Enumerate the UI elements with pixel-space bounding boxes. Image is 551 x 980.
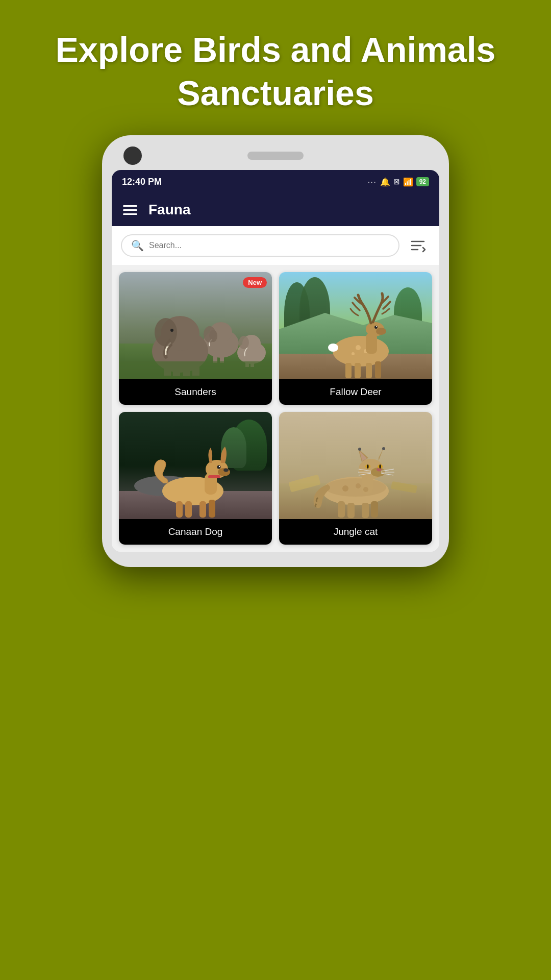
svg-point-26 (352, 352, 355, 355)
svg-point-42 (223, 469, 229, 472)
animal-name-bar-canaan-dog: Canaan Dog (119, 519, 272, 545)
hamburger-line-3 (123, 213, 137, 215)
phone-top-notch (111, 144, 440, 170)
sort-filter-button[interactable] (406, 233, 430, 258)
animal-card-saunders[interactable]: New (119, 272, 272, 405)
svg-rect-48 (199, 501, 206, 518)
hamburger-line-2 (123, 209, 137, 211)
status-bar: 12:40 PM ··· 🔔 ⊠ 📶 92 (112, 170, 439, 193)
svg-rect-70 (362, 503, 369, 518)
jungle-cat-illustration (279, 412, 432, 519)
svg-rect-22 (119, 361, 272, 379)
animal-name-bar-saunders: Saunders (119, 379, 272, 405)
svg-rect-36 (375, 361, 381, 378)
battery-indicator: 92 (416, 177, 429, 186)
search-box[interactable]: 🔍 (121, 234, 399, 257)
svg-point-30 (376, 328, 386, 335)
deer-illustration (279, 272, 432, 379)
status-time: 12:40 PM (122, 177, 162, 187)
svg-rect-45 (208, 475, 220, 478)
page-background: Explore Birds and Animals Sanctuaries 12… (0, 0, 551, 980)
phone-speaker (247, 152, 304, 160)
wifi-icon: 📶 (403, 177, 413, 187)
svg-point-24 (356, 345, 361, 350)
svg-point-16 (170, 329, 173, 332)
animal-image-canaan-dog (119, 412, 272, 519)
svg-point-37 (328, 344, 338, 352)
status-icons: ··· 🔔 ⊠ 📶 92 (368, 177, 429, 187)
svg-point-8 (204, 326, 216, 342)
svg-point-43 (217, 465, 221, 469)
sim-icon: ⊠ (393, 177, 400, 186)
svg-point-55 (382, 447, 385, 450)
animal-name-bar-fallow-deer: Fallow Deer (279, 379, 432, 405)
svg-point-32 (376, 326, 377, 327)
search-bar-container: 🔍 (112, 226, 439, 265)
page-title: Explore Birds and Animals Sanctuaries (41, 28, 510, 115)
dog-illustration (119, 412, 272, 519)
svg-rect-35 (366, 363, 372, 378)
svg-rect-69 (347, 503, 355, 518)
svg-rect-46 (176, 501, 183, 518)
svg-point-44 (219, 466, 220, 467)
search-icon: 🔍 (131, 239, 144, 252)
animal-card-jungle-cat[interactable]: Jungle cat (279, 412, 432, 545)
animal-image-saunders (119, 272, 272, 379)
new-badge: New (243, 277, 267, 288)
svg-point-31 (374, 326, 378, 329)
svg-point-61 (380, 464, 381, 469)
bell-icon: 🔔 (380, 177, 390, 187)
svg-rect-47 (185, 501, 192, 518)
elephant-illustration (119, 272, 272, 379)
svg-rect-28 (366, 333, 377, 354)
phone-mockup: 12:40 PM ··· 🔔 ⊠ 📶 92 Fau (102, 135, 449, 567)
animal-image-jungle-cat (279, 412, 432, 519)
svg-point-21 (239, 336, 249, 349)
front-camera (123, 146, 142, 165)
svg-point-51 (325, 478, 386, 497)
svg-point-59 (367, 464, 369, 469)
svg-rect-71 (371, 501, 378, 518)
animal-card-fallow-deer[interactable]: Fallow Deer (279, 272, 432, 405)
animal-card-canaan-dog[interactable]: Canaan Dog (119, 412, 272, 545)
phone-screen: 12:40 PM ··· 🔔 ⊠ 📶 92 Fau (112, 170, 439, 552)
search-input[interactable] (149, 241, 389, 250)
svg-rect-49 (209, 500, 215, 518)
app-bar: Fauna (112, 193, 439, 226)
svg-point-73 (356, 483, 361, 488)
svg-point-15 (155, 318, 177, 347)
animal-name-bar-jungle-cat: Jungle cat (279, 519, 432, 545)
hamburger-menu-button[interactable] (123, 205, 137, 215)
svg-rect-68 (338, 501, 345, 518)
hamburger-line-1 (123, 205, 137, 207)
svg-rect-33 (345, 363, 352, 378)
more-dots-icon: ··· (368, 178, 377, 186)
app-title: Fauna (148, 202, 190, 218)
svg-rect-34 (355, 363, 361, 378)
animal-grid: New (112, 265, 439, 552)
page-header: Explore Birds and Animals Sanctuaries (0, 0, 551, 135)
animal-image-fallow-deer (279, 272, 432, 379)
sort-icon (410, 237, 426, 254)
svg-point-74 (363, 487, 368, 492)
svg-point-54 (358, 448, 361, 451)
svg-point-72 (342, 485, 348, 492)
